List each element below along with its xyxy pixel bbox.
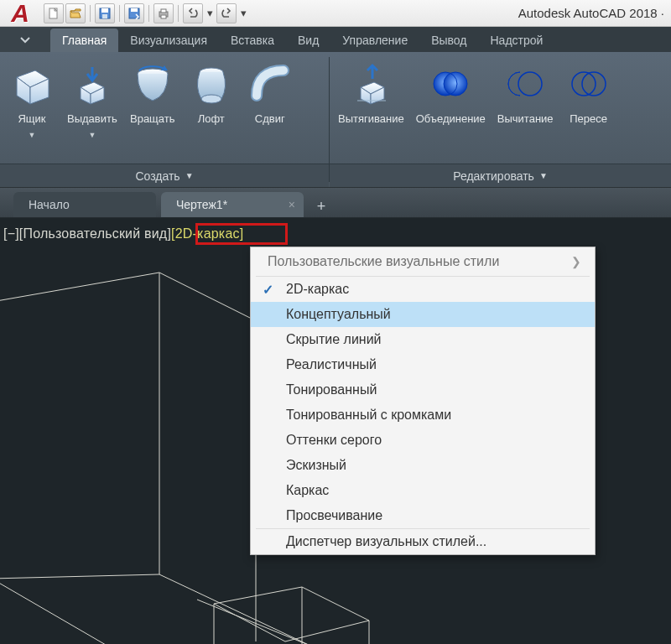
ctx-item-9[interactable]: Просвечивание bbox=[251, 503, 595, 528]
ribbon-icon bbox=[247, 60, 294, 107]
ribbon: Ящик▼Выдавить▼ВращатьЛофтСдвиг Создать▼ … bbox=[0, 52, 671, 188]
file-tab-0[interactable]: Начало bbox=[13, 192, 156, 217]
window-title: Autodesk AutoCAD 2018 · bbox=[518, 6, 671, 20]
ribbon-btn-Пересе[interactable]: Пересе bbox=[560, 57, 617, 129]
ribbon-tab-6[interactable]: Надстрой bbox=[479, 29, 555, 52]
qat-print-icon[interactable] bbox=[153, 3, 174, 23]
viewport[interactable]: [−][Пользовательский вид][2D-каркас] Пол… bbox=[0, 218, 671, 644]
qat-saveas-icon[interactable] bbox=[124, 3, 144, 23]
ribbon-icon bbox=[129, 60, 176, 107]
viewport-label-prefix: [−][Пользовательский вид] bbox=[3, 226, 171, 241]
ribbon-icon bbox=[427, 60, 474, 107]
ctx-item-5[interactable]: Тонированный с кромками bbox=[251, 402, 595, 428]
svg-rect-7 bbox=[161, 9, 166, 13]
ctx-item-label: Тонированный bbox=[286, 382, 377, 397]
ctx-header-label: Пользовательские визуальные стили bbox=[268, 254, 499, 269]
qat-open-icon[interactable] bbox=[65, 3, 86, 23]
ribbon-btn-label: Выдавить bbox=[67, 112, 117, 126]
ribbon-tab-2[interactable]: Вставка bbox=[219, 29, 286, 52]
ctx-item-label: Концептуальный bbox=[286, 307, 391, 322]
ribbon-icon bbox=[69, 60, 116, 107]
ctx-item-label: Оттенки серого bbox=[286, 433, 382, 448]
ctx-item-3[interactable]: Реалистичный bbox=[251, 352, 595, 377]
ribbon-tab-4[interactable]: Управление bbox=[330, 29, 419, 52]
quick-access-toolbar: ▾ ▾ bbox=[40, 3, 252, 23]
svg-point-17 bbox=[572, 72, 596, 96]
svg-point-11 bbox=[201, 95, 221, 103]
viewport-label-bracket: ] bbox=[240, 226, 244, 241]
qat-save-icon[interactable] bbox=[95, 3, 115, 23]
ctx-visual-styles-manager[interactable]: Диспетчер визуальных стилей... bbox=[251, 529, 595, 554]
chevron-down-icon: ▼ bbox=[185, 171, 194, 180]
viewport-label[interactable]: [−][Пользовательский вид][2D-каркас] bbox=[3, 226, 243, 242]
file-tab-add[interactable]: + bbox=[309, 195, 334, 217]
ctx-item-4[interactable]: Тонированный bbox=[251, 377, 595, 402]
ribbon-tab-0[interactable]: Главная bbox=[50, 29, 118, 52]
svg-point-18 bbox=[582, 72, 606, 96]
ctx-item-7[interactable]: Эскизный bbox=[251, 453, 595, 478]
ctx-item-0[interactable]: 2D-каркас bbox=[251, 277, 595, 302]
ctx-item-6[interactable]: Оттенки серого bbox=[251, 428, 595, 453]
ctx-item-label: Скрытие линий bbox=[286, 332, 382, 347]
ribbon-group-edit: ВытягиваниеОбъединениеВычитаниеПересе Ре… bbox=[330, 52, 671, 187]
title-bar: A ▾ ▾ Autodesk AutoCAD 2018 · bbox=[0, 0, 671, 27]
ctx-item-label: Эскизный bbox=[286, 458, 346, 473]
ribbon-group-title-create[interactable]: Создать▼ bbox=[0, 164, 329, 187]
ctx-item-label: Тонированный с кромками bbox=[286, 408, 451, 423]
ctx-item-label: Реалистичный bbox=[286, 357, 377, 372]
ctx-item-label: Каркас bbox=[286, 483, 329, 498]
visual-styles-context-menu: Пользовательские визуальные стили ❯ 2D-к… bbox=[250, 247, 596, 555]
ribbon-btn-Сдвиг[interactable]: Сдвиг bbox=[242, 57, 299, 129]
ribbon-group-title-edit[interactable]: Редактировать▼ bbox=[330, 164, 671, 187]
ribbon-btn-Лофт[interactable]: Лофт bbox=[183, 57, 240, 129]
app-menu-dropdown[interactable] bbox=[0, 27, 50, 52]
qat-undo-icon[interactable] bbox=[183, 3, 203, 23]
ribbon-tab-3[interactable]: Вид bbox=[286, 29, 330, 52]
close-icon[interactable]: × bbox=[289, 198, 295, 211]
svg-rect-5 bbox=[131, 8, 138, 12]
ctx-header-custom-styles[interactable]: Пользовательские визуальные стили ❯ bbox=[251, 247, 595, 276]
ctx-item-8[interactable]: Каркас bbox=[251, 478, 595, 503]
ribbon-btn-label: Вытягивание bbox=[338, 112, 404, 126]
qat-redo-dropdown[interactable]: ▾ bbox=[238, 3, 248, 23]
ctx-item-1[interactable]: Концептуальный bbox=[251, 302, 595, 327]
svg-rect-3 bbox=[102, 14, 107, 18]
svg-rect-2 bbox=[101, 8, 108, 13]
ribbon-btn-Ящик[interactable]: Ящик▼ bbox=[3, 57, 60, 143]
chevron-down-icon: ▼ bbox=[88, 131, 96, 139]
qat-new-icon[interactable] bbox=[44, 3, 64, 23]
qat-undo-dropdown[interactable]: ▾ bbox=[205, 3, 215, 23]
ribbon-tab-5[interactable]: Вывод bbox=[419, 29, 478, 52]
ribbon-btn-label: Вращать bbox=[130, 112, 175, 126]
qat-redo-icon[interactable] bbox=[216, 3, 237, 23]
ribbon-btn-Вращать[interactable]: Вращать bbox=[124, 57, 181, 129]
ribbon-btn-label: Пересе bbox=[570, 112, 607, 126]
ribbon-btn-Объединение[interactable]: Объединение bbox=[411, 57, 491, 129]
app-logo[interactable]: A bbox=[0, 0, 40, 27]
chevron-down-icon: ▼ bbox=[539, 171, 548, 180]
ribbon-btn-Выдавить[interactable]: Выдавить▼ bbox=[62, 57, 122, 143]
ribbon-btn-label: Вычитание bbox=[497, 112, 554, 126]
ctx-item-label: 2D-каркас bbox=[286, 282, 349, 297]
svg-rect-8 bbox=[161, 15, 166, 18]
file-tabs: НачалоЧертеж1*×+ bbox=[0, 188, 671, 218]
ribbon-group-create: Ящик▼Выдавить▼ВращатьЛофтСдвиг Создать▼ bbox=[0, 52, 329, 187]
chevron-down-icon: ▼ bbox=[29, 131, 36, 139]
ribbon-tab-1[interactable]: Визуализация bbox=[118, 29, 219, 52]
ribbon-btn-label: Сдвиг bbox=[255, 112, 285, 126]
ribbon-group-title-label: Редактировать bbox=[453, 169, 534, 183]
ribbon-icon bbox=[565, 60, 612, 107]
ribbon-btn-label: Лофт bbox=[198, 112, 225, 126]
ribbon-icon bbox=[188, 60, 235, 107]
ctx-item-label: Просвечивание bbox=[286, 508, 382, 523]
viewport-visual-style[interactable]: 2D-каркас bbox=[175, 226, 240, 241]
file-tab-1[interactable]: Чертеж1*× bbox=[161, 192, 304, 217]
ribbon-icon bbox=[347, 60, 394, 107]
ctx-item-2[interactable]: Скрытие линий bbox=[251, 327, 595, 352]
ribbon-btn-Вытягивание[interactable]: Вытягивание bbox=[333, 57, 409, 129]
ribbon-icon bbox=[8, 60, 55, 107]
ribbon-btn-label: Ящик bbox=[18, 112, 45, 126]
ribbon-btn-Вычитание[interactable]: Вычитание bbox=[492, 57, 559, 129]
ribbon-btn-label: Объединение bbox=[416, 112, 486, 126]
ribbon-tabs: ГлавнаяВизуализацияВставкаВидУправлениеВ… bbox=[0, 27, 671, 52]
